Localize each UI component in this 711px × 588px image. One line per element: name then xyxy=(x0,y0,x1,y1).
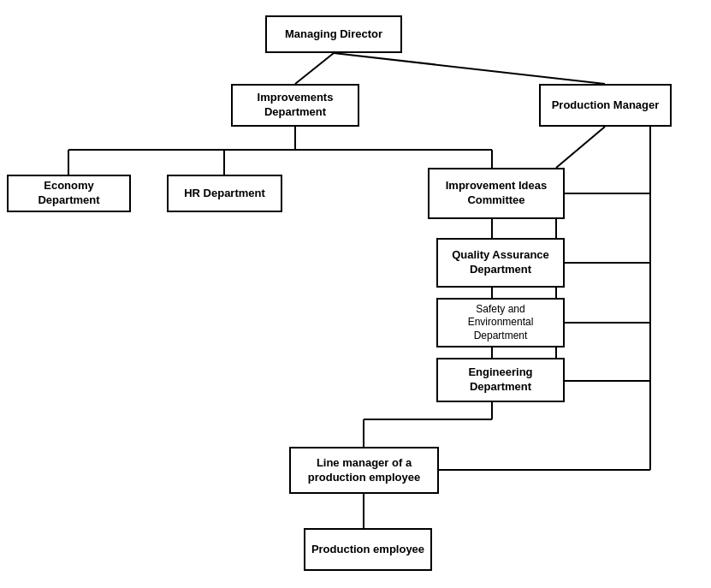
svg-line-8 xyxy=(556,127,605,168)
line-manager-node: Line manager of a production employee xyxy=(289,447,439,494)
svg-line-0 xyxy=(295,53,334,84)
org-chart: Managing Director Improvements Departmen… xyxy=(0,0,711,588)
quality-assurance-node: Quality Assurance Department xyxy=(436,238,565,288)
svg-line-1 xyxy=(334,53,605,84)
production-employee-node: Production employee xyxy=(304,528,432,571)
production-manager-node: Production Manager xyxy=(539,84,672,127)
managing-director-node: Managing Director xyxy=(265,15,402,53)
improvement-ideas-node: Improvement Ideas Committee xyxy=(428,168,565,219)
improvements-dept-node: Improvements Department xyxy=(231,84,359,127)
economy-dept-node: Economy Department xyxy=(7,175,131,212)
engineering-node: Engineering Department xyxy=(436,358,565,402)
hr-dept-node: HR Department xyxy=(167,175,282,212)
safety-env-node: Safety and Environmental Department xyxy=(436,298,565,347)
